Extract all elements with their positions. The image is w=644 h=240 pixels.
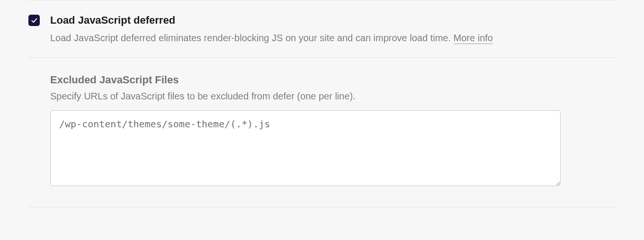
excluded-js-section: Excluded JavaScript Files Specify URLs o… (28, 58, 616, 207)
load-js-deferred-description: Load JavaScript deferred eliminates rend… (50, 31, 616, 45)
excluded-js-textarea[interactable] (50, 110, 561, 186)
defer-js-setting-row: Load JavaScript deferred Load JavaScript… (28, 0, 616, 57)
defer-body: Load JavaScript deferred Load JavaScript… (50, 14, 616, 45)
more-info-link[interactable]: More info (454, 33, 493, 44)
load-js-deferred-checkbox[interactable] (28, 15, 40, 26)
check-icon (30, 17, 38, 24)
checkbox-wrap (28, 15, 40, 26)
load-js-deferred-title: Load JavaScript deferred (50, 14, 616, 27)
description-text: Load JavaScript deferred eliminates rend… (50, 33, 454, 43)
divider (28, 207, 616, 207)
excluded-js-description: Specify URLs of JavaScript files to be e… (50, 91, 616, 102)
settings-panel: Load JavaScript deferred Load JavaScript… (0, 0, 644, 207)
excluded-js-title: Excluded JavaScript Files (50, 74, 616, 86)
